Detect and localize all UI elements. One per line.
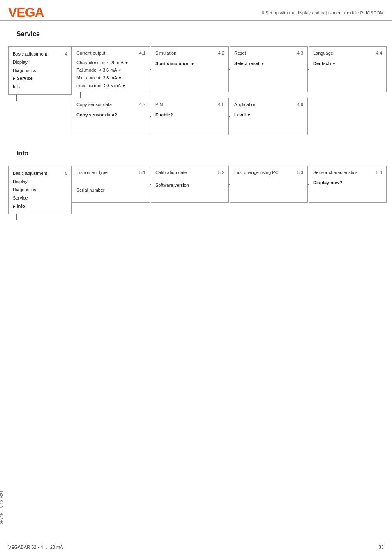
enable-item[interactable]: Enable? [155, 111, 224, 119]
service-menu-box: 4 Basic adjustment Display Diagnostics S… [8, 46, 72, 95]
sensor-char-title: Sensor characteristics [313, 169, 382, 176]
current-output-box: 4.1 Current output Characteristic: 4-20 … [72, 46, 150, 92]
start-simulation-item[interactable]: Start simulation ▼ [155, 60, 224, 67]
instrument-type-box: 5.1 Instrument type Serial number [72, 166, 150, 203]
menu-item-diagnostics[interactable]: Diagnostics [13, 67, 67, 75]
calibration-date-number: 5.2 [218, 169, 224, 176]
fail-mode-item[interactable]: Fail.mode: < 3.6 mA ▼ [76, 66, 145, 74]
menu-item-service[interactable]: Service [13, 74, 67, 83]
copy-sensor-item[interactable]: Copy sensor data? [76, 111, 145, 119]
info-title: Info [16, 150, 28, 158]
menu-item-info[interactable]: Info [13, 83, 67, 91]
characteristic-item[interactable]: Characteristic: 4-20 mA ▼ [76, 59, 145, 67]
copy-sensor-number: 4.7 [139, 101, 145, 109]
menu-item-display[interactable]: Display [13, 58, 67, 67]
pin-box: 4.8 PIN Enable? [151, 98, 229, 135]
footer-page-number: 33 [379, 545, 384, 550]
menu-item-basic-adjustment[interactable]: Basic adjustment [13, 50, 67, 58]
reset-box: 4.3 Reset Select reset ▼ [230, 46, 308, 92]
info-menu-item-service[interactable]: Service [13, 194, 67, 202]
service-sub-row-2: 4.7 Copy sensor data Copy sensor data? 4… [72, 98, 387, 135]
sensor-char-number: 5.4 [376, 169, 382, 176]
service-section: Service 4 Basic adjustment Display Diagn… [0, 24, 392, 135]
reset-title: Reset [234, 49, 303, 57]
info-menu-item-basic[interactable]: Basic adjustment [13, 169, 67, 178]
application-box: 4.9 Application Level ▼ [230, 98, 308, 135]
pin-number: 4.8 [218, 101, 224, 109]
current-output-number: 4.1 [139, 49, 145, 57]
info-menu-number: 5 [65, 169, 67, 178]
application-number: 4.9 [297, 101, 303, 109]
service-menu-number: 4 [65, 50, 67, 58]
vega-logo: VEGA [8, 5, 44, 20]
info-menu-box: 5 Basic adjustment Display Diagnostics S… [8, 166, 72, 214]
info-menu-item-info[interactable]: Info [13, 202, 67, 211]
sensor-characteristics-box: 5.4 Sensor characteristics Display now? [309, 166, 387, 203]
service-title: Service [16, 30, 40, 39]
logo-text: VEGA [8, 5, 44, 20]
info-section: Info 5 Basic adjustment Display Diagnost… [0, 143, 392, 220]
calibration-date-box: 5.2 Calibration date Software version [151, 166, 229, 203]
simulation-box: 4.2 Simulation Start simulation ▼ [151, 46, 229, 92]
reset-number: 4.3 [297, 49, 303, 57]
page-footer: VEGABAR 52 • 4 … 20 mA 33 [0, 542, 392, 552]
footer-product: VEGABAR 52 • 4 … 20 mA [8, 545, 63, 550]
info-menu-item-diagnostics[interactable]: Diagnostics [13, 186, 67, 194]
min-current-item[interactable]: Min. current: 3.8 mA ▼ [76, 74, 145, 82]
copy-sensor-title: Copy sensor data [76, 101, 145, 109]
instrument-type-title: Instrument type [76, 169, 145, 176]
info-sub-row: 5.1 Instrument type Serial number 5.2 Ca… [72, 166, 387, 203]
header-subtitle: 6 Set up with the display and adjustment… [262, 10, 384, 15]
pin-title: PIN [155, 101, 224, 109]
last-change-title: Last change using PC [234, 169, 303, 176]
language-box: 4.4 Language Deutsch ▼ [309, 46, 387, 92]
calibration-date-title: Calibration date [155, 169, 224, 176]
deutsch-item[interactable]: Deutsch ▼ [313, 60, 382, 67]
select-reset-item[interactable]: Select reset ▼ [234, 60, 303, 67]
page-header: VEGA 6 Set up with the display and adjus… [0, 0, 392, 21]
language-number: 4.4 [376, 49, 382, 57]
last-change-number: 5.3 [297, 169, 303, 176]
display-now-item[interactable]: Display now? [313, 179, 382, 187]
max-current-item[interactable]: max. current: 20.5 mA ▼ [76, 82, 145, 90]
last-change-box: 5.3 Last change using PC [230, 166, 308, 203]
simulation-title: Simulation [155, 49, 224, 57]
current-output-title: Current output [76, 49, 145, 57]
instrument-type-number: 5.1 [139, 169, 145, 176]
info-menu-item-display[interactable]: Display [13, 178, 67, 186]
level-item[interactable]: Level ▼ [234, 111, 303, 119]
serial-number-item: Serial number [76, 186, 145, 194]
sidebar-document-id: 36716-EN-130321 [0, 490, 4, 524]
language-title: Language [313, 49, 382, 57]
application-title: Application [234, 101, 303, 109]
software-version-item: Software version [155, 181, 224, 189]
simulation-number: 4.2 [218, 49, 224, 57]
copy-sensor-data-box: 4.7 Copy sensor data Copy sensor data? [72, 98, 150, 135]
service-sub-row-1: 4.1 Current output Characteristic: 4-20 … [72, 46, 387, 92]
